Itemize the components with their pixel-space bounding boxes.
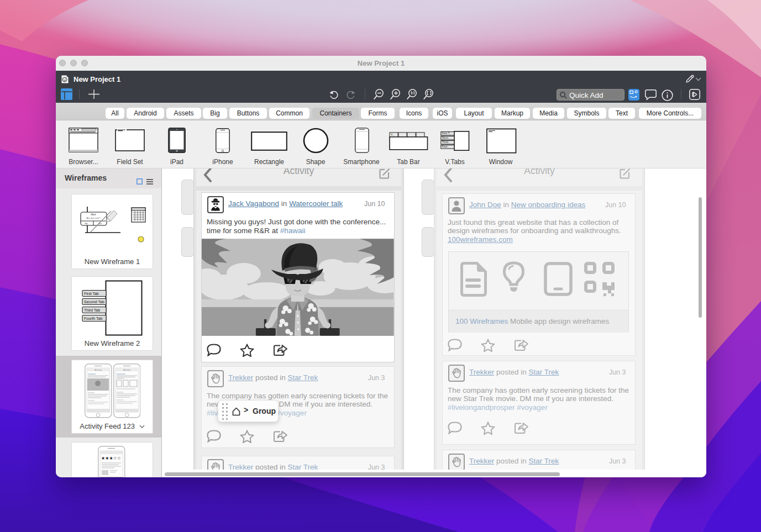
svg-text:Third Tab: Third Tab <box>84 308 100 312</box>
svg-text:Third..: Third.. <box>442 140 450 144</box>
svg-text:First T..: First T.. <box>442 131 451 135</box>
svg-text:Seco..: Seco.. <box>442 136 450 139</box>
svg-text:Alert: Alert <box>91 213 96 216</box>
svg-text:Activity: Activity <box>95 368 102 371</box>
svg-text:Four..: Four.. <box>442 145 449 148</box>
svg-text:First Tab: First Tab <box>84 292 99 296</box>
svg-text:Activity: Activity <box>123 368 130 371</box>
svg-text:Second Tab: Second Tab <box>84 300 104 304</box>
svg-text:Fourth Tab: Fourth Tab <box>84 317 102 320</box>
svg-text:★★★☆☆: ★★★☆☆ <box>101 456 121 461</box>
svg-text:Are you sure?: Are you sure? <box>87 217 101 219</box>
svg-text:T..: T.. <box>391 133 395 136</box>
svg-text:No: No <box>85 222 88 225</box>
